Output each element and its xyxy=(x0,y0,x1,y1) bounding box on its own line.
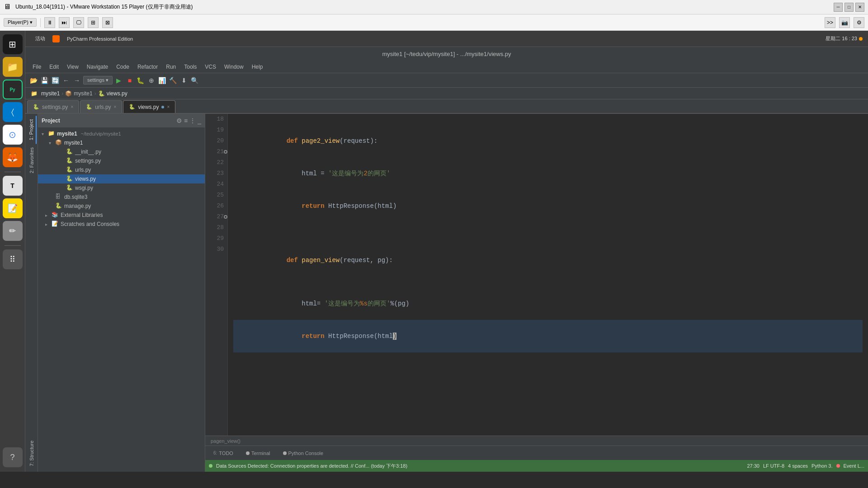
menu-view[interactable]: View xyxy=(63,63,82,71)
project-panel-tab[interactable]: 1: Project xyxy=(27,116,37,144)
dock-pycharm[interactable]: Py xyxy=(3,80,23,99)
tree-settings-py[interactable]: 🐍 settings.py xyxy=(38,156,205,165)
pycharm-title-bar: mysite1 [~/tedu/vip/mysite1] - .../mysit… xyxy=(25,47,868,61)
options-button[interactable]: ⚙ xyxy=(854,17,864,28)
profile-icon[interactable]: 📊 xyxy=(158,76,167,85)
project-options-icon[interactable]: ⋮ xyxy=(189,117,196,124)
tab-settings-py[interactable]: 🐍 settings.py × xyxy=(27,100,79,113)
activities-button[interactable]: 活动 xyxy=(31,33,50,44)
tree-label-init: __init__.py xyxy=(75,149,101,155)
dock-help[interactable]: ? xyxy=(3,447,23,467)
dock-files[interactable]: 📁 xyxy=(3,57,23,77)
code-line-23 xyxy=(233,233,863,244)
vmware-icon: 🖥 xyxy=(4,3,13,12)
line-num-23: 23 xyxy=(207,168,224,179)
dock-terminal[interactable]: ⊞ xyxy=(3,34,23,54)
menu-vcs[interactable]: VCS xyxy=(201,63,220,71)
to-start-button[interactable]: ⏭ xyxy=(59,17,70,28)
project-settings-icon[interactable]: ⚙ xyxy=(176,117,182,124)
player-menu-button[interactable]: Player(P) ▾ xyxy=(4,18,37,27)
project-minimize-icon[interactable]: _ xyxy=(198,117,201,124)
send-ctrl-button[interactable]: >> xyxy=(825,17,835,28)
code-line-20: html = '这是编号为2的网页' xyxy=(233,157,863,190)
save-icon[interactable]: 💾 xyxy=(40,76,49,85)
back-icon[interactable]: ← xyxy=(61,76,71,85)
breadcrumb-mysite1-pkg[interactable]: mysite1 xyxy=(74,90,92,97)
tree-mysite1-pkg[interactable]: ▾ 📦 mysite1 xyxy=(38,138,205,147)
build-icon[interactable]: 🔨 xyxy=(169,76,178,85)
debug-icon[interactable]: 🐛 xyxy=(136,76,145,85)
coverage-icon[interactable]: ⊕ xyxy=(147,76,156,85)
tree-views-py[interactable]: 🐍 views.py xyxy=(38,174,205,183)
menu-tools[interactable]: Tools xyxy=(180,63,200,71)
menu-refactor[interactable]: Refactor xyxy=(134,63,161,71)
favorites-panel-tab[interactable]: 2: Favorites xyxy=(27,144,36,177)
tree-external-libs[interactable]: ▸ 📚 External Libraries xyxy=(38,211,205,220)
dock-chrome[interactable]: ⊙ xyxy=(3,125,23,145)
sync-icon[interactable]: 🔄 xyxy=(51,76,60,85)
tree-urls-py[interactable]: 🐍 urls.py xyxy=(38,165,205,174)
tree-label-root: mysite1 xyxy=(57,131,77,137)
snapshot-button[interactable]: 📷 xyxy=(839,17,850,28)
tree-root-mysite1[interactable]: ▾ 📁 mysite1 ~/tedu/vip/mysite1 xyxy=(38,129,205,138)
vcs-update-icon[interactable]: ⬇ xyxy=(179,76,189,85)
title-bar: 🖥 Ubuntu_18.04(1911) - VMware Workstatio… xyxy=(0,0,868,14)
tree-wsgi-py[interactable]: 🐍 wsgi.py xyxy=(38,183,205,192)
close-button[interactable]: ✕ xyxy=(855,3,864,12)
todo-tab[interactable]: 6: TODO xyxy=(209,449,238,458)
title-bar-text: Ubuntu_18.04(1911) - VMware Workstation … xyxy=(15,3,834,11)
tree-scratches-consoles[interactable]: ▸ 📝 Scratches and Consoles xyxy=(38,220,205,229)
views-tab-close[interactable]: × xyxy=(167,104,170,109)
tree-arrow-ext: ▸ xyxy=(45,213,52,218)
tree-manage-py[interactable]: 🐍 manage.py xyxy=(38,202,205,211)
code-lines[interactable]: def page2_view(request): html = '这是编号为2的… xyxy=(228,114,868,436)
menu-window[interactable]: Window xyxy=(221,63,247,71)
dock-pencil[interactable]: ✏ xyxy=(3,221,23,241)
run-icon[interactable]: ▶ xyxy=(114,76,123,85)
dock-notes[interactable]: 📝 xyxy=(3,198,23,218)
dock-firefox[interactable]: 🦊 xyxy=(3,147,23,167)
tree-init-py[interactable]: 🐍 __init__.py xyxy=(38,147,205,156)
maximize-button[interactable]: □ xyxy=(844,3,854,12)
python-console-tab[interactable]: Python Console xyxy=(278,449,328,458)
menu-edit[interactable]: Edit xyxy=(46,63,62,71)
python-console-tab-label: Python Console xyxy=(288,450,324,456)
tree-db-sqlite3[interactable]: 🗄 db.sqlite3 xyxy=(38,192,205,202)
dock-more-apps[interactable]: ⠿ xyxy=(3,249,23,269)
urls-tab-close[interactable]: × xyxy=(114,104,117,109)
menu-help[interactable]: Help xyxy=(248,63,267,71)
menu-navigate[interactable]: Navigate xyxy=(83,63,112,71)
code-line-18 xyxy=(233,114,863,125)
settings-dropdown[interactable]: settings ▾ xyxy=(83,76,113,84)
search-everywhere-icon[interactable]: 🔍 xyxy=(190,76,199,85)
settings-tab-close[interactable]: × xyxy=(71,104,73,109)
menu-code[interactable]: Code xyxy=(113,63,133,71)
code-editor[interactable]: 18 19 20 21 22 23 24 25 26 27 xyxy=(205,114,868,472)
terminal-tab[interactable]: Terminal xyxy=(241,449,275,458)
breadcrumb-mysite1-root[interactable]: mysite1 xyxy=(41,90,60,97)
forward-icon[interactable]: → xyxy=(72,76,81,85)
unity-button[interactable]: ⊠ xyxy=(102,17,113,28)
project-sort-icon[interactable]: ≡ xyxy=(184,117,188,124)
tab-views-py[interactable]: 🐍 views.py × xyxy=(123,100,175,113)
structure-panel-tab[interactable]: 7: Structure xyxy=(27,437,36,470)
menu-file[interactable]: File xyxy=(29,63,45,71)
fullscreen-button[interactable]: ⊞ xyxy=(88,17,99,28)
breadcrumb-views-py[interactable]: views.py xyxy=(107,90,127,97)
tab-urls-py[interactable]: 🐍 urls.py × xyxy=(80,100,122,113)
dock-text-editor[interactable]: T xyxy=(3,176,23,196)
paren-19: ( xyxy=(340,137,343,145)
dock-vscode[interactable]: 〈 xyxy=(3,102,23,122)
screen-button[interactable]: 🖵 xyxy=(73,17,84,28)
open-folder-icon[interactable]: 📂 xyxy=(29,76,38,85)
line-num-22: 22 xyxy=(207,157,224,168)
pause-button[interactable]: ⏸ xyxy=(44,17,55,28)
menu-run[interactable]: Run xyxy=(162,63,179,71)
tree-arrow-pkg: ▾ xyxy=(49,141,55,145)
eq-20: = xyxy=(321,170,328,177)
stop-icon[interactable]: ■ xyxy=(125,76,134,85)
tree-icon-root: 📁 xyxy=(48,130,55,137)
pycharm-app-name[interactable]: PyCharm Professional Edition xyxy=(62,34,137,43)
minimize-button[interactable]: ─ xyxy=(834,3,843,12)
tree-icon-db: 🗄 xyxy=(55,193,62,201)
